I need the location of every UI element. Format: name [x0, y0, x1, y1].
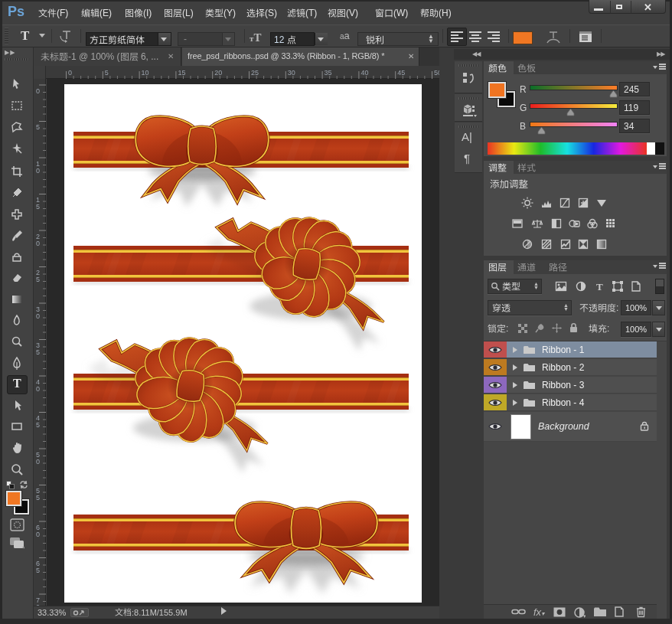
svg-text:5: 5	[36, 567, 40, 574]
svg-text:15: 15	[178, 69, 185, 77]
svg-text:45: 45	[397, 69, 405, 77]
svg-text:25: 25	[251, 69, 259, 77]
svg-text:30: 30	[288, 69, 295, 77]
svg-text:50: 50	[434, 69, 439, 77]
svg-text:0: 0	[36, 87, 40, 95]
svg-text:5: 5	[105, 69, 109, 77]
svg-text:0: 0	[36, 167, 40, 175]
svg-text:5: 5	[36, 421, 40, 429]
svg-text:T: T	[596, 281, 603, 292]
svg-text:5: 5	[36, 348, 40, 356]
svg-text:0: 0	[36, 240, 40, 247]
svg-text:40: 40	[360, 69, 368, 77]
svg-text:0: 0	[36, 458, 40, 466]
svg-text:0: 0	[36, 312, 40, 320]
svg-text:5: 5	[36, 276, 40, 283]
svg-text:20: 20	[214, 69, 222, 77]
svg-text:35: 35	[325, 69, 332, 77]
svg-text:5: 5	[36, 123, 40, 131]
svg-text:▾: ▾	[583, 613, 586, 619]
svg-text:0: 0	[36, 385, 40, 393]
svg-text:5: 5	[36, 203, 40, 211]
svg-text:5: 5	[36, 494, 40, 501]
svg-text:0: 0	[68, 69, 72, 77]
svg-text:10: 10	[142, 69, 149, 77]
svg-text:0: 0	[36, 531, 40, 538]
